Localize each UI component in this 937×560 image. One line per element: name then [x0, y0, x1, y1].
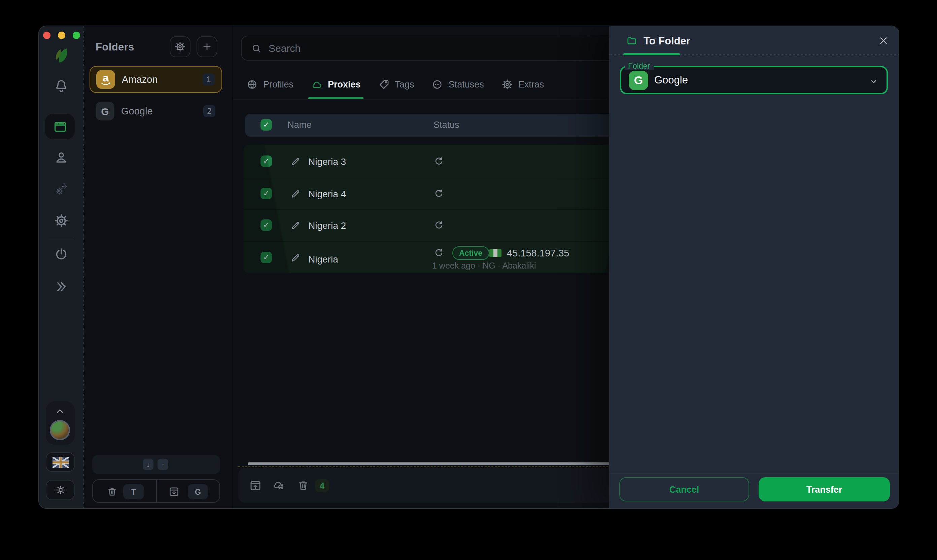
folder-count-badge: 2: [203, 105, 215, 117]
expand-sidebar-chevrons-icon[interactable]: [54, 279, 69, 294]
proxy-meta: 1 week ago · NG · Abakaliki: [432, 261, 536, 271]
tab-profiles[interactable]: Profiles: [246, 69, 294, 99]
tab-label: Profiles: [263, 79, 294, 89]
trash-icon[interactable]: [106, 486, 118, 497]
folder-field-label: Folder: [625, 62, 653, 70]
shortcut-divider: [156, 480, 157, 502]
folder-order-bar: ↓ ↑: [92, 455, 220, 474]
cancel-button[interactable]: Cancel: [619, 477, 749, 502]
sidebar-item-account-person-icon[interactable]: [54, 150, 69, 165]
to-folder-dialog: To Folder Folder G Google Cancel Transfe…: [609, 26, 899, 508]
status-badge: Active: [452, 246, 489, 260]
edit-pencil-icon[interactable]: [290, 220, 301, 231]
tab-label: Proxies: [328, 79, 361, 89]
amazon-swoosh: [100, 82, 111, 86]
close-icon[interactable]: [878, 35, 889, 46]
import-tray-icon[interactable]: [168, 486, 180, 497]
row-checkbox[interactable]: ✓: [260, 188, 272, 199]
export-box-icon[interactable]: [249, 479, 262, 492]
refresh-icon[interactable]: [434, 188, 444, 199]
edit-pencil-icon[interactable]: [290, 252, 301, 263]
sidebar-item-settings-gear-icon[interactable]: [54, 213, 69, 228]
dialog-title: To Folder: [643, 35, 690, 47]
sidebar-item-browser-profiles[interactable]: [45, 114, 75, 139]
power-icon[interactable]: [54, 247, 69, 262]
rail-panel-divider: [83, 26, 84, 508]
sidebar-item-automation-gears-icon[interactable]: [54, 182, 69, 197]
rail-divider: [48, 238, 74, 238]
folders-panel: Folders a Amazon 1 G: [84, 26, 232, 508]
proxy-name: Nigeria: [308, 254, 338, 265]
column-header-name[interactable]: Name: [288, 120, 312, 130]
statuses-ellipsis-icon: [432, 78, 443, 90]
app-window: Folders a Amazon 1 G: [38, 26, 899, 509]
google-folder-icon: G: [95, 102, 114, 120]
transfer-button[interactable]: Transfer: [759, 477, 890, 502]
edit-pencil-icon[interactable]: [290, 188, 301, 199]
notifications-bell-icon[interactable]: [54, 79, 69, 94]
google-folder-icon: G: [629, 71, 648, 90]
folder-select[interactable]: G Google: [620, 66, 888, 94]
traffic-light-minimize[interactable]: [58, 32, 65, 39]
folder-label: Google: [121, 106, 203, 117]
tab-label: Extras: [518, 79, 544, 89]
traffic-light-zoom[interactable]: [73, 32, 80, 39]
delete-trash-icon[interactable]: [297, 479, 310, 492]
traffic-light-close[interactable]: [43, 32, 51, 39]
gear-icon: [174, 41, 186, 52]
add-folder-button[interactable]: [197, 36, 217, 57]
column-header-status[interactable]: Status: [434, 120, 459, 130]
edit-pencil-icon[interactable]: [290, 156, 301, 166]
nigeria-flag-icon: [489, 249, 502, 257]
uk-flag-icon: [52, 457, 68, 468]
sidebar-rail: [39, 26, 83, 508]
move-up-button[interactable]: ↑: [157, 459, 168, 470]
refresh-icon[interactable]: [434, 248, 444, 258]
refresh-icon[interactable]: [434, 220, 444, 231]
chevron-up-icon[interactable]: [54, 406, 65, 417]
chevron-down-icon: [869, 77, 879, 86]
folders-panel-title: Folders: [95, 41, 134, 53]
folder-label: Amazon: [122, 74, 203, 85]
dialog-footer: Cancel Transfer: [609, 473, 899, 508]
folder-item-google[interactable]: G Google 2: [89, 98, 222, 125]
row-checkbox[interactable]: ✓: [260, 251, 272, 263]
tab-statuses[interactable]: Statuses: [432, 69, 484, 99]
theme-toggle-button[interactable]: [46, 480, 75, 500]
avatar[interactable]: [50, 420, 70, 440]
row-checkbox[interactable]: ✓: [260, 219, 272, 231]
tab-label: Statuses: [449, 79, 484, 89]
selected-count-badge: 4: [315, 479, 329, 492]
folders-settings-button[interactable]: [170, 36, 191, 57]
tag-icon: [378, 78, 390, 90]
proxy-name: Nigeria 2: [308, 220, 346, 231]
tab-bar: Profiles Proxies Tags: [233, 69, 608, 100]
select-all-checkbox[interactable]: ✓: [260, 119, 272, 131]
screen: Folders a Amazon 1 G: [0, 0, 937, 560]
folder-icon: [626, 35, 637, 46]
tab-label: Tags: [395, 79, 414, 89]
search-icon: [251, 42, 263, 54]
plus-icon: [201, 41, 213, 52]
cloud-sync-icon[interactable]: [272, 479, 285, 492]
folder-item-amazon[interactable]: a Amazon 1: [89, 66, 222, 93]
user-profile-card[interactable]: [46, 401, 75, 445]
folder-shortcuts: T G: [92, 479, 220, 503]
folder-select-value: Google: [654, 74, 688, 86]
dialog-title-underline: [623, 53, 680, 55]
extras-gear-icon: [502, 78, 513, 90]
move-down-button[interactable]: ↓: [143, 459, 154, 470]
folder-count-badge: 1: [203, 73, 215, 86]
dialog-header: To Folder: [609, 26, 899, 55]
tab-extras[interactable]: Extras: [502, 69, 544, 99]
import-shortcut-key[interactable]: G: [188, 484, 208, 499]
trash-shortcut-key[interactable]: T: [123, 484, 144, 499]
tab-proxies[interactable]: Proxies: [311, 69, 361, 99]
refresh-icon[interactable]: [434, 156, 444, 166]
tab-tags[interactable]: Tags: [378, 69, 414, 99]
cloud-icon: [311, 78, 322, 90]
browser-window-icon: [53, 120, 67, 134]
language-button[interactable]: [46, 452, 75, 472]
app-logo-leaf-icon: [49, 44, 73, 68]
row-checkbox[interactable]: ✓: [260, 155, 272, 166]
